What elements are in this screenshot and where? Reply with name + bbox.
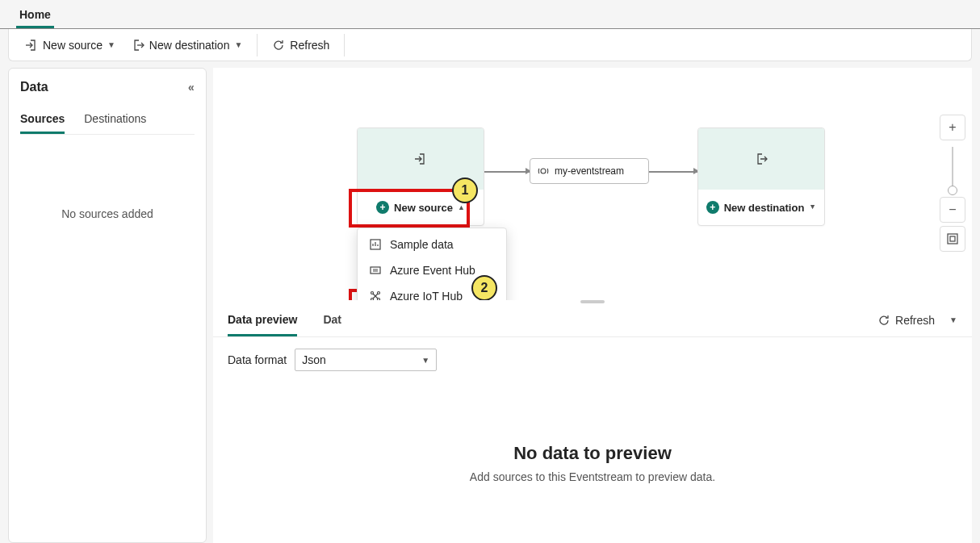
tab-home[interactable]: Home: [16, 2, 54, 28]
preview-refresh-button[interactable]: Refresh ▼: [877, 314, 957, 327]
svg-rect-12: [950, 236, 955, 241]
svg-rect-2: [371, 267, 380, 274]
collapse-icon[interactable]: »: [188, 81, 195, 94]
chevron-down-icon: ▼: [234, 40, 242, 49]
zoom-slider[interactable]: [952, 147, 953, 194]
menu-label: Sample data: [390, 238, 454, 251]
plus-icon: +: [706, 201, 719, 214]
sidebar-tabs: Sources Destinations: [20, 107, 195, 135]
svg-rect-11: [948, 234, 957, 244]
enter-icon: [414, 152, 427, 165]
connector-line: [484, 171, 530, 173]
chevron-up-icon: ▲: [458, 203, 465, 211]
tab-sources[interactable]: Sources: [20, 107, 65, 134]
annotation-step-1: 1: [452, 178, 478, 203]
chevron-down-icon: ▼: [107, 40, 115, 49]
new-destination-label: New destination: [149, 39, 230, 52]
menu-item-sample-data[interactable]: Sample data: [358, 232, 506, 257]
refresh-label: Refresh: [895, 314, 935, 327]
zoom-in-button[interactable]: +: [940, 115, 965, 140]
data-format-value: Json: [302, 353, 326, 366]
separator: [257, 34, 258, 56]
chevron-down-icon: ▼: [421, 356, 429, 365]
bottom-panel: Data preview Dat Refresh ▼ Data format J…: [213, 303, 972, 543]
menu-label: Azure Event Hub: [390, 264, 475, 277]
refresh-icon: [272, 39, 285, 52]
new-source-label: New source: [43, 39, 103, 52]
toolbar: New source ▼ New destination ▼ Refresh: [8, 29, 972, 61]
destination-node-header: [698, 128, 824, 190]
connector-line: [649, 171, 697, 173]
chevron-down-icon[interactable]: ▼: [949, 315, 957, 324]
tab-destinations[interactable]: Destinations: [84, 107, 146, 134]
preview-tabs: Data preview Dat Refresh ▼: [213, 303, 972, 337]
annotation-step-2: 2: [471, 275, 497, 300]
canvas[interactable]: + New source ▲ my-eventstream: [213, 68, 972, 300]
zoom-out-button[interactable]: −: [940, 197, 965, 223]
fit-to-screen-button[interactable]: [940, 226, 965, 252]
iothub-icon: [369, 290, 382, 300]
destination-node-card: + New destination ▲: [697, 127, 825, 226]
chart-icon: [369, 238, 382, 251]
new-destination-button[interactable]: New destination ▼: [124, 34, 251, 56]
sidebar-title: Data: [20, 80, 48, 94]
menu-label: Azure IoT Hub: [390, 290, 463, 300]
plus-icon: +: [376, 201, 389, 214]
new-source-button[interactable]: New source ▼: [17, 34, 124, 56]
refresh-button[interactable]: Refresh: [264, 34, 337, 56]
exit-icon: [132, 39, 144, 52]
zoom-knob[interactable]: [948, 186, 957, 195]
preview-toolbar: Data format Json ▼: [213, 337, 972, 382]
empty-state: No sources added: [20, 207, 195, 220]
eventhub-icon: [369, 264, 382, 277]
zoom-panel: + −: [940, 115, 965, 255]
data-format-label: Data format: [228, 353, 287, 366]
source-node-card: + New source ▲: [357, 127, 484, 226]
svg-point-0: [541, 169, 546, 173]
tab-data-preview[interactable]: Data preview: [228, 303, 297, 336]
empty-subtitle: Add sources to this Eventstream to previ…: [470, 470, 715, 483]
tab-data-insights-truncated[interactable]: Dat: [323, 303, 341, 336]
exit-icon: [755, 152, 768, 165]
chevron-down-icon: ▲: [809, 203, 816, 211]
eventstream-icon: [537, 165, 550, 178]
refresh-icon: [877, 314, 890, 327]
preview-empty-state: No data to preview Add sources to this E…: [213, 382, 972, 543]
top-tab-bar: Home: [0, 0, 980, 29]
eventstream-node[interactable]: my-eventstream: [530, 158, 649, 184]
sidebar: Data » Sources Destinations No sources a…: [8, 68, 207, 543]
empty-title: No data to preview: [513, 443, 672, 464]
refresh-label: Refresh: [290, 39, 329, 52]
new-destination-label: New destination: [724, 202, 805, 214]
data-format-select[interactable]: Json ▼: [295, 349, 437, 371]
new-source-label: New source: [394, 202, 453, 214]
separator: [344, 34, 345, 56]
eventstream-label: my-eventstream: [555, 165, 624, 177]
enter-icon: [25, 39, 38, 52]
new-destination-dropdown-button[interactable]: + New destination ▲: [698, 190, 824, 225]
